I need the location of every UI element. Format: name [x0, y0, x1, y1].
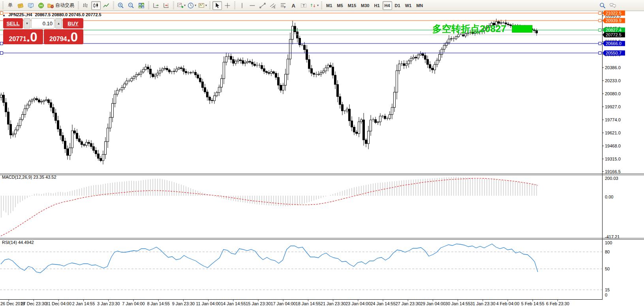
time-tick-label: 9 Jan 23:30 [172, 301, 195, 306]
line-anchor-marker[interactable] [0, 42, 3, 45]
price-tick-label: 19468.0 [605, 144, 621, 148]
time-tick-label: 31 Jan 23:30 [470, 301, 496, 306]
line-anchor-marker[interactable] [599, 52, 601, 55]
chart-plot-area[interactable] [0, 11, 602, 299]
volume-down-button[interactable]: ▼ [24, 18, 30, 28]
time-tick-label: 21 Jan 23:30 [321, 301, 346, 306]
price-tick-label: 19927.0 [605, 104, 621, 109]
rsi-level-label: 15 [605, 287, 610, 292]
time-tick-label: 5 Feb 14:55 [521, 301, 544, 306]
symbol-period-label: JPN225-,H4 [8, 12, 32, 17]
time-tick-label: 4 Feb 04:00 [496, 301, 520, 306]
time-tick-label: 3 Jan 23:30 [97, 301, 120, 306]
chart-canvas[interactable]: 多空转折点2082720993.520845.020692.020539.020… [0, 0, 644, 306]
price-tag-text: 20772.5 [606, 32, 621, 37]
buy-price-big: .0 [67, 30, 78, 43]
time-tick-label: 23 Jan 04:00 [345, 301, 371, 306]
trading-terminal: 单自动交易▾▾▾EFAT▾M1M5M15M30H1H4D1W1MN 多空转折点2… [0, 0, 644, 306]
sell-price-main: 20771 [9, 36, 26, 43]
time-tick-label: 24 Jan 14:55 [370, 301, 396, 306]
price-tick-label: 19774.0 [605, 117, 621, 122]
sell-price-display[interactable]: 20771.0 [3, 29, 43, 44]
line-anchor-marker[interactable] [599, 19, 601, 22]
collapse-arrow-icon[interactable]: ▲ [2, 13, 6, 17]
time-tick-label: 30 Jan 14:55 [445, 301, 471, 306]
price-tag-text: 20827.4 [606, 28, 621, 32]
price-tag-text: 20939.9 [606, 18, 621, 23]
price-tick-label: 19621.0 [605, 130, 621, 135]
macd-scale-label: 0.00 [605, 195, 613, 199]
time-tick-label: 8 Jan 14:55 [147, 301, 170, 306]
price-tag-text: 21022.5 [606, 11, 621, 15]
time-tick-label: 18 Jan 14:55 [296, 301, 321, 306]
chart-window-title: ▲ JPN225-,H4 20867.5 20880.0 20745.0 207… [2, 12, 101, 17]
price-tick-label: 19315.0 [605, 157, 621, 161]
time-tick-label: 15 Jan 23:30 [246, 301, 271, 306]
time-tick-label: 31 Dec 04:00 [46, 301, 71, 306]
price-tag-text: 20666.0 [606, 41, 621, 46]
time-tick-label: 14 Jan 14:55 [221, 301, 246, 306]
time-tick-label: 27 Dec 23:30 [21, 301, 46, 306]
price-tag-20666.0: 20666.0 [603, 41, 625, 46]
rsi-edge-label: 100 [605, 240, 612, 245]
annotation-text[interactable]: 多空转折点20827 [432, 23, 506, 34]
price-tick-label: 19166.5 [605, 169, 621, 174]
macd-label: MACD(12,26,9) 23.35 43.52 [2, 175, 56, 179]
price-tag-20939.9: 20939.9 [603, 18, 625, 23]
macd-scale-label: 200.03 [605, 176, 618, 181]
time-tick-label: 6 Feb 23:30 [546, 301, 569, 306]
rsi-level-label: 50 [605, 266, 610, 271]
price-tick-label: 20080.0 [605, 91, 621, 96]
line-anchor-marker[interactable] [599, 42, 601, 45]
line-anchor-marker[interactable] [599, 29, 601, 32]
rsi-edge-label: 0 [605, 293, 607, 297]
price-tag-20550.7: 20550.7 [603, 51, 625, 56]
time-tick-label: 7 Jan 04:00 [122, 301, 145, 306]
price-tag-20827.4: 20827.4 [603, 28, 625, 33]
time-tick-label: 27 Jan 23:30 [395, 301, 421, 306]
sell-price-big: .0 [26, 30, 38, 43]
rsi-level-label: 80 [605, 249, 610, 254]
time-tick-label: 11 Jan 04:00 [196, 301, 221, 306]
volume-input[interactable] [31, 18, 54, 28]
price-tag-20772.5: 20772.5 [603, 32, 625, 38]
time-tick-label: 2 Jan 14:55 [72, 301, 95, 306]
line-anchor-marker[interactable] [0, 52, 3, 55]
annotation-rectangle[interactable] [512, 25, 532, 32]
one-click-trading-panel: SELL ▼ ▲ BUY 20771.0 20794.0 [3, 18, 83, 44]
time-tick-label: 29 Jan 04:00 [421, 301, 446, 306]
buy-price-display[interactable]: 20794.0 [44, 29, 83, 44]
time-tick-label: 17 Jan 04:00 [270, 301, 296, 306]
price-tick-label: 20386.0 [605, 65, 621, 70]
sell-button[interactable]: SELL [3, 18, 23, 28]
price-tag-21022.5: 21022.5 [603, 11, 625, 16]
rsi-label: RSI(14) 44.4942 [2, 240, 34, 245]
buy-price-main: 20794 [49, 36, 67, 43]
volume-up-button[interactable]: ▲ [55, 18, 62, 28]
price-tag-text: 20550.7 [606, 51, 621, 55]
ohlc-values: 20867.5 20880.0 20745.0 20772.5 [35, 12, 101, 17]
buy-button[interactable]: BUY [63, 18, 83, 28]
line-anchor-marker[interactable] [599, 12, 601, 15]
price-tick-label: 20233.0 [605, 78, 621, 83]
macd-scale-label: -417.21 [605, 234, 620, 239]
